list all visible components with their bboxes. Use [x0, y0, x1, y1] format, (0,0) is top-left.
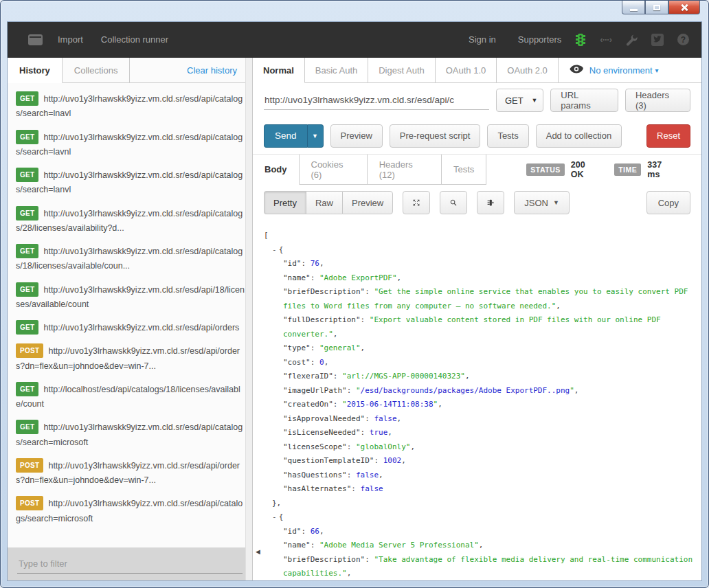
tab-history[interactable]: History: [8, 58, 63, 83]
code-line: "briefDescription": "Get the simple onli…: [264, 285, 699, 299]
tests-button[interactable]: Tests: [487, 124, 528, 148]
tab-cookies[interactable]: Cookies (6): [300, 155, 368, 184]
method-badge: GET: [16, 91, 38, 106]
tab-basic-auth[interactable]: Basic Auth: [305, 58, 368, 82]
method-select[interactable]: GET ▼: [496, 89, 543, 112]
window-titlebar[interactable]: [1, 1, 708, 21]
environment-area: No environment ▾: [570, 58, 659, 82]
tab-digest-auth[interactable]: Digest Auth: [368, 58, 436, 82]
history-item[interactable]: POSThttp://uvo1y3lrhawskk9yizz.vm.cld.sr…: [16, 458, 245, 488]
settings-wrench-icon[interactable]: [625, 34, 638, 46]
twitter-icon[interactable]: [651, 34, 664, 46]
clear-history-link[interactable]: Clear history: [187, 58, 252, 82]
tab-headers[interactable]: Headers (12): [368, 155, 442, 184]
chevron-down-icon: ▾: [655, 67, 659, 74]
url-params-button[interactable]: URL params: [550, 89, 618, 112]
filter-bar: [8, 547, 252, 580]
format-select[interactable]: JSON ▼: [514, 191, 570, 214]
raw-button[interactable]: Raw: [306, 191, 342, 214]
history-item[interactable]: GEThttp://uvo1y3lrhawskk9yizz.vm.cld.sr/…: [16, 168, 245, 198]
tab-collections[interactable]: Collections: [63, 58, 131, 82]
history-item[interactable]: GEThttp://localhost/esd/api/catalogs/18/…: [16, 382, 245, 412]
history-item[interactable]: GEThttp://uvo1y3lrhawskk9yizz.vm.cld.sr/…: [16, 130, 245, 160]
method-badge: GET: [16, 382, 38, 396]
send-dropdown-button[interactable]: ▼: [307, 124, 324, 148]
minimize-icon: [630, 9, 638, 11]
search-button[interactable]: [440, 191, 467, 214]
preview-button[interactable]: Preview: [330, 124, 383, 148]
code-line: "name": "Adobe ExportPDF",: [264, 271, 699, 286]
prerequest-script-button[interactable]: Pre-request script: [390, 124, 481, 148]
response-tabs: Body Cookies (6) Headers (12) Tests: [253, 155, 486, 185]
collection-runner-button[interactable]: Collection runner: [101, 34, 168, 45]
copy-button[interactable]: Copy: [646, 191, 690, 214]
code-line: "id": 76,: [264, 257, 699, 271]
tab-oauth-1[interactable]: OAuth 1.0: [436, 58, 497, 82]
code-line: -{: [264, 243, 699, 258]
collapse-json-button[interactable]: [477, 191, 504, 214]
sidebar-scrollbar[interactable]: [245, 58, 252, 580]
code-line: -{: [264, 510, 699, 525]
tab-oauth-2[interactable]: OAuth 2.0: [497, 58, 559, 82]
tab-normal[interactable]: Normal: [253, 58, 305, 83]
send-split-button: Send ▼: [264, 124, 324, 148]
code-line: "licenseScope": "globalOnly",: [264, 440, 699, 455]
preview-mode-button[interactable]: Preview: [342, 191, 393, 214]
response-header: Body Cookies (6) Headers (12) Tests STAT…: [253, 155, 701, 185]
history-item[interactable]: GEThttp://uvo1y3lrhawskk9yizz.vm.cld.sr/…: [16, 320, 245, 335]
history-item[interactable]: GEThttp://uvo1y3lrhawskk9yizz.vm.cld.sr/…: [16, 282, 245, 313]
help-icon[interactable]: ?: [677, 34, 689, 45]
code-line: "hasQuestions": false,: [264, 468, 699, 483]
request-url: http://uvo1y3lrhawskk9yizz.vm.cld.sr/esd…: [16, 285, 245, 309]
request-panel: Normal Basic Auth Digest Auth OAuth 1.0 …: [253, 58, 701, 580]
reset-button[interactable]: Reset: [646, 124, 690, 148]
method-badge: GET: [16, 420, 38, 434]
sign-in-button[interactable]: Sign in: [469, 34, 496, 45]
history-item[interactable]: POSThttp://uvo1y3lrhawskk9yizz.vm.cld.sr…: [16, 496, 245, 526]
expand-button[interactable]: [403, 191, 430, 214]
request-url: http://uvo1y3lrhawskk9yizz.vm.cld.sr/esd…: [16, 422, 243, 446]
code-line: "fullDescription": "Export valuable cont…: [264, 313, 699, 328]
history-item[interactable]: GEThttp://uvo1y3lrhawskk9yizz.vm.cld.sr/…: [16, 206, 245, 236]
fold-icon: [487, 197, 494, 208]
code-line: "questionTemplateID": 1002,: [264, 454, 699, 468]
close-icon: [680, 3, 688, 12]
code-line: converter.",: [264, 328, 699, 342]
request-url: http://uvo1y3lrhawskk9yizz.vm.cld.sr/esd…: [16, 209, 243, 233]
code-line: "isLicenseNeeded": true,: [264, 426, 699, 440]
filter-input[interactable]: [17, 554, 243, 574]
url-input[interactable]: [264, 91, 489, 110]
collections-drawer-icon[interactable]: [28, 34, 43, 45]
method-badge: POST: [16, 343, 43, 358]
history-item[interactable]: GEThttp://uvo1y3lrhawskk9yizz.vm.cld.sr/…: [16, 91, 245, 122]
pretty-button[interactable]: Pretty: [264, 191, 306, 214]
send-button[interactable]: Send: [264, 124, 307, 148]
code-line: "id": 66,: [264, 525, 699, 539]
tab-response-tests[interactable]: Tests: [442, 155, 486, 184]
code-line: [: [264, 229, 699, 243]
code-line: "name": "Adobe Media Server 5 Profession…: [264, 539, 699, 553]
minimize-button[interactable]: [622, 1, 645, 14]
traffic-light-icon[interactable]: [575, 33, 586, 47]
response-body-json[interactable]: [-{"id": 76,"name": "Adobe ExportPDF","b…: [253, 220, 701, 580]
postman-app: Import Collection runner Sign in Support…: [7, 21, 702, 581]
close-button[interactable]: [668, 1, 700, 14]
eye-icon[interactable]: [570, 64, 583, 76]
url-row: GET ▼ URL params Headers (3): [253, 83, 701, 117]
code-line: "flexeraID": "arl://MGS-APP-00000140323"…: [264, 370, 699, 384]
history-item[interactable]: GEThttp://uvo1y3lrhawskk9yizz.vm.cld.sr/…: [16, 420, 245, 450]
headers-button[interactable]: Headers (3): [625, 89, 690, 112]
status-value: 200 OK: [571, 160, 599, 179]
proxy-code-icon[interactable]: ‹···›: [600, 34, 611, 45]
supporters-button[interactable]: Supporters: [518, 34, 562, 45]
sidebar-collapse-toggle[interactable]: ◄: [254, 547, 262, 556]
tab-body[interactable]: Body: [253, 155, 300, 185]
maximize-button[interactable]: [645, 1, 668, 14]
method-badge: GET: [16, 206, 38, 220]
environment-selector[interactable]: No environment: [589, 65, 653, 76]
history-item[interactable]: POSThttp://uvo1y3lrhawskk9yizz.vm.cld.sr…: [16, 343, 245, 374]
add-to-collection-button[interactable]: Add to collection: [536, 124, 622, 148]
request-url: http://uvo1y3lrhawskk9yizz.vm.cld.sr/esd…: [16, 346, 240, 370]
import-button[interactable]: Import: [58, 34, 83, 45]
history-item[interactable]: GEThttp://uvo1y3lrhawskk9yizz.vm.cld.sr/…: [16, 244, 245, 274]
